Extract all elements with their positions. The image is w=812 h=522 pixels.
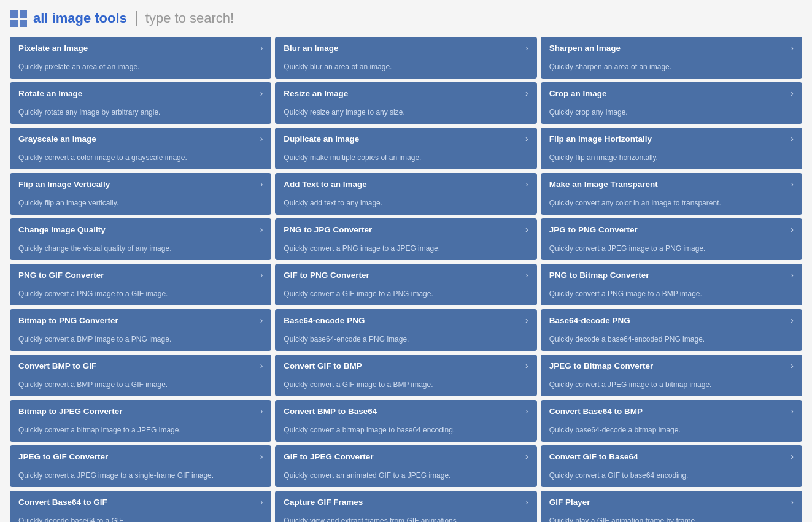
card-arrow-icon: › [525,406,528,416]
card-description: Quickly crop any image. [549,107,794,118]
card-title: Flip an Image Vertically [18,180,110,189]
tool-card[interactable]: GIF Player›Quickly play a GIF animation … [541,491,802,522]
card-description: Quickly convert a bitmap image to base64… [284,425,528,436]
tool-card[interactable]: Bitmap to PNG Converter›Quickly convert … [10,309,271,351]
tool-card[interactable]: Crop an Image›Quickly crop any image. [541,82,802,124]
tool-card[interactable]: PNG to GIF Converter›Quickly convert a P… [10,264,271,305]
tool-card[interactable]: Capture GIF Frames›Quickly view and extr… [275,491,536,522]
tool-card[interactable]: PNG to Bitmap Converter›Quickly convert … [541,264,802,305]
card-title: JPEG to GIF Converter [18,452,108,461]
card-arrow-icon: › [791,315,794,325]
tool-card[interactable]: Flip an Image Vertically›Quickly flip an… [10,173,271,215]
tool-card[interactable]: Duplicate an Image›Quickly make multiple… [275,128,536,169]
tool-card[interactable]: Base64-encode PNG›Quickly base64-encode … [275,309,536,351]
tool-card[interactable]: Flip an Image Horizontally›Quickly flip … [541,128,802,169]
card-arrow-icon: › [525,134,528,144]
card-arrow-icon: › [260,270,263,280]
card-description: Quickly convert a JPEG image to a single… [18,470,263,481]
page-title: all image tools [33,10,127,26]
tool-card[interactable]: Convert Base64 to GIF›Quickly decode bas… [10,491,271,522]
card-description: Quickly resize any image to any size. [284,107,528,118]
card-title: Sharpen an Image [549,44,621,53]
card-arrow-icon: › [525,451,528,461]
tool-card[interactable]: Make an Image Transparent›Quickly conver… [541,173,802,215]
card-description: Quickly blur an area of an image. [284,62,528,72]
tool-card[interactable]: JPEG to Bitmap Converter›Quickly convert… [541,355,802,396]
card-title: Convert BMP to GIF [18,361,96,370]
card-description: Quickly convert a GIF image to a PNG ima… [284,289,528,299]
tool-card[interactable]: Rotate an Image›Quickly rotate any image… [10,82,271,124]
card-arrow-icon: › [525,497,528,507]
tool-card[interactable]: Grayscale an Image›Quickly convert a col… [10,128,271,169]
tool-card[interactable]: PNG to JPG Converter›Quickly convert a P… [275,218,536,260]
card-arrow-icon: › [525,315,528,325]
card-description: Quickly convert a color image to a grays… [18,153,263,163]
card-arrow-icon: › [260,361,263,370]
tool-card[interactable]: Convert BMP to Base64›Quickly convert a … [275,400,536,442]
card-title: GIF to JPEG Converter [284,452,373,461]
card-title: Convert Base64 to BMP [549,407,643,416]
card-title: Pixelate an Image [18,44,88,53]
card-description: Quickly flip an image horizontally. [549,153,794,163]
card-arrow-icon: › [791,361,794,370]
card-description: Quickly convert a BMP image to a PNG ima… [18,334,263,345]
card-description: Quickly view and extract frames from GIF… [284,516,528,522]
tool-card[interactable]: Add Text to an Image›Quickly add text to… [275,173,536,215]
card-title: PNG to JPG Converter [284,225,372,234]
card-arrow-icon: › [525,43,528,53]
card-title: Rotate an Image [18,89,82,98]
card-title: JPG to PNG Converter [549,225,638,234]
logo-icon [10,10,27,27]
card-title: Resize an Image [284,89,348,98]
card-description: Quickly make multiple copies of an image… [284,153,528,163]
tool-card[interactable]: Sharpen an Image›Quickly sharpen an area… [541,37,802,79]
card-arrow-icon: › [260,134,263,144]
card-arrow-icon: › [260,88,263,98]
card-description: Quickly base64-decode a bitmap image. [549,425,794,436]
card-title: Duplicate an Image [284,134,359,144]
card-description: Quickly convert a JPEG image to a bitmap… [549,380,794,390]
card-description: Quickly change the visual quality of any… [18,244,263,254]
card-title: Convert GIF to Base64 [549,452,638,461]
tool-card[interactable]: Convert Base64 to BMP›Quickly base64-dec… [541,400,802,442]
card-title: Base64-encode PNG [284,316,365,325]
page-header: all image tools type to search! [10,10,802,27]
card-arrow-icon: › [791,43,794,53]
tool-card[interactable]: JPEG to GIF Converter›Quickly convert a … [10,445,271,487]
card-description: Quickly convert a PNG image to a JPEG im… [284,244,528,254]
card-description: Quickly sharpen an area of an image. [549,62,794,72]
card-title: JPEG to Bitmap Converter [549,361,654,370]
tool-card[interactable]: GIF to JPEG Converter›Quickly convert an… [275,445,536,487]
card-description: Quickly pixelate an area of an image. [18,62,263,72]
card-arrow-icon: › [525,361,528,370]
tool-card[interactable]: Convert GIF to BMP›Quickly convert a GIF… [275,355,536,396]
tool-card[interactable]: Convert GIF to Base64›Quickly convert a … [541,445,802,487]
card-title: Change Image Quality [18,225,106,234]
card-description: Quickly rotate any image by arbitrary an… [18,107,263,118]
card-arrow-icon: › [791,406,794,416]
tool-card[interactable]: Convert BMP to GIF›Quickly convert a BMP… [10,355,271,396]
card-description: Quickly flip an image vertically. [18,198,263,209]
tool-card[interactable]: Resize an Image›Quickly resize any image… [275,82,536,124]
card-title: Bitmap to JPEG Converter [18,407,123,416]
card-arrow-icon: › [260,451,263,461]
tool-card[interactable]: Change Image Quality›Quickly change the … [10,218,271,260]
tool-card[interactable]: Pixelate an Image›Quickly pixelate an ar… [10,37,271,79]
card-arrow-icon: › [260,179,263,189]
header-separator [136,11,137,26]
tool-card[interactable]: Base64-decode PNG›Quickly decode a base6… [541,309,802,351]
card-description: Quickly decode base64 to a GIF. [18,516,263,522]
card-arrow-icon: › [260,497,263,507]
card-title: Crop an Image [549,89,607,98]
tool-card[interactable]: Bitmap to JPEG Converter›Quickly convert… [10,400,271,442]
tool-card[interactable]: JPG to PNG Converter›Quickly convert a J… [541,218,802,260]
card-arrow-icon: › [525,179,528,189]
card-arrow-icon: › [791,225,794,234]
tool-card[interactable]: GIF to PNG Converter›Quickly convert a G… [275,264,536,305]
tools-grid: Pixelate an Image›Quickly pixelate an ar… [10,37,802,522]
card-description: Quickly base64-encode a PNG image. [284,334,528,345]
tool-card[interactable]: Blur an Image›Quickly blur an area of an… [275,37,536,79]
card-arrow-icon: › [260,43,263,53]
card-title: Add Text to an Image [284,180,367,189]
card-arrow-icon: › [260,315,263,325]
